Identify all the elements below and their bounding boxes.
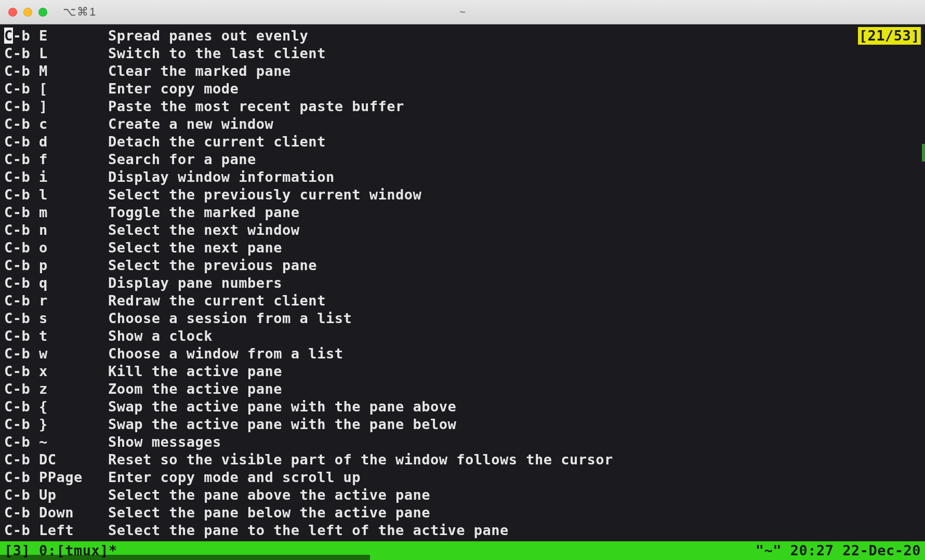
keybinding-row: C-b qDisplay pane numbers [4,274,925,292]
keybinding-key: C-b w [4,345,108,363]
keybinding-key: C-b Left [4,522,108,539]
keybinding-desc: Swap the active pane with the pane below [108,416,456,433]
scrollbar-indicator [922,144,925,162]
keybinding-row: C-b iDisplay window information [4,168,925,186]
keybinding-key: C-b DC [4,451,108,469]
keybinding-key: C-b E [4,27,108,45]
keybinding-key: C-b Down [4,504,108,522]
window-title-left: ⌥⌘1 [63,5,97,19]
status-right: "~" 20:27 22-Dec-20 [756,542,921,559]
keybinding-key: C-b ] [4,98,108,115]
traffic-lights [8,8,47,17]
keybinding-key: C-b p [4,257,108,274]
keybinding-row: C-b oSelect the next pane [4,239,925,257]
keybinding-row: C-b DCReset so the visible part of the w… [4,451,925,469]
zoom-icon[interactable] [38,8,47,17]
keybinding-key: C-b PPage [4,469,108,486]
keybinding-key: C-b c [4,115,108,133]
keybinding-desc: Switch to the last client [108,45,326,62]
keybinding-key: C-b d [4,133,108,151]
keybinding-desc: Spread panes out evenly [108,27,308,45]
keybinding-desc: Show a clock [108,327,213,345]
keybinding-desc: Zoom the active pane [108,380,282,398]
keybinding-desc: Detach the current client [108,133,326,151]
keybinding-row: C-b }Swap the active pane with the pane … [4,416,925,433]
keybinding-desc: Swap the active pane with the pane above [108,398,456,416]
keybinding-desc: Select the previously current window [108,186,421,204]
keybinding-key: C-b ~ [4,433,108,451]
keybinding-desc: Reset so the visible part of the window … [108,451,613,469]
keybinding-row: C-b xKill the active pane [4,363,925,380]
keybinding-key: C-b r [4,292,108,310]
keybinding-key: C-b Up [4,486,108,504]
keybinding-list: C-b ESpread panes out evenlyC-b LSwitch … [4,27,925,539]
keybinding-key: C-b f [4,151,108,168]
keybinding-desc: Select the pane to the left of the activ… [108,522,509,539]
keybinding-desc: Choose a window from a list [108,345,343,363]
keybinding-row: C-b ~Show messages [4,433,925,451]
keybinding-row: C-b {Swap the active pane with the pane … [4,398,925,416]
keybinding-desc: Choose a session from a list [108,310,352,327]
keybinding-desc: Display pane numbers [108,274,282,292]
keybinding-desc: Select the previous pane [108,257,317,274]
keybinding-key: C-b L [4,45,108,62]
keybinding-desc: Kill the active pane [108,363,282,380]
keybinding-row: C-b LeftSelect the pane to the left of t… [4,522,925,539]
keybinding-key: C-b o [4,239,108,257]
keybinding-row: C-b pSelect the previous pane [4,257,925,274]
tmux-status-bar: [3] 0:[tmux]* "~" 20:27 22-Dec-20 [0,541,925,560]
keybinding-desc: Select the pane above the active pane [108,486,430,504]
close-icon[interactable] [8,8,17,17]
keybinding-desc: Search for a pane [108,151,256,168]
keybinding-row: C-b ]Paste the most recent paste buffer [4,98,925,115]
keybinding-key: C-b t [4,327,108,345]
scroll-indicator: [21/53] [858,27,921,45]
keybinding-desc: Select the next pane [108,239,282,257]
keybinding-key: C-b { [4,398,108,416]
keybinding-row: C-b nSelect the next window [4,221,925,239]
keybinding-key: C-b x [4,363,108,380]
keybinding-key: C-b z [4,380,108,398]
keybinding-row: C-b mToggle the marked pane [4,204,925,221]
keybinding-row: C-b sChoose a session from a list [4,310,925,327]
keybinding-row: C-b fSearch for a pane [4,151,925,168]
keybinding-key: C-b q [4,274,108,292]
status-left: [3] 0:[tmux]* [4,542,117,559]
keybinding-row: C-b tShow a clock [4,327,925,345]
keybinding-desc: Clear the marked pane [108,62,291,80]
keybinding-row: C-b zZoom the active pane [4,380,925,398]
keybinding-row: C-b DownSelect the pane below the active… [4,504,925,522]
keybinding-desc: Redraw the current client [108,292,326,310]
keybinding-row: C-b dDetach the current client [4,133,925,151]
keybinding-row: C-b rRedraw the current client [4,292,925,310]
keybinding-row: C-b [Enter copy mode [4,80,925,98]
keybinding-row: C-b LSwitch to the last client [4,45,925,62]
keybinding-key: C-b i [4,168,108,186]
keybinding-key: C-b m [4,204,108,221]
keybinding-row: C-b lSelect the previously current windo… [4,186,925,204]
keybinding-desc: Create a new window [108,115,273,133]
keybinding-desc: Enter copy mode [108,80,239,98]
terminal-pane[interactable]: [21/53] C-b ESpread panes out evenlyC-b … [0,24,925,560]
keybinding-row: C-b MClear the marked pane [4,62,925,80]
keybinding-row: C-b ESpread panes out evenly [4,27,925,45]
keybinding-key: C-b [ [4,80,108,98]
keybinding-key: C-b l [4,186,108,204]
keybinding-desc: Paste the most recent paste buffer [108,98,404,115]
keybinding-row: C-b cCreate a new window [4,115,925,133]
keybinding-desc: Show messages [108,433,221,451]
minimize-icon[interactable] [23,8,32,17]
window-title-center: ~ [459,6,466,18]
keybinding-key: C-b } [4,416,108,433]
keybinding-key: C-b M [4,62,108,80]
keybinding-key: C-b s [4,310,108,327]
keybinding-row: C-b wChoose a window from a list [4,345,925,363]
keybinding-row: C-b UpSelect the pane above the active p… [4,486,925,504]
keybinding-key: C-b n [4,221,108,239]
keybinding-desc: Enter copy mode and scroll up [108,469,361,486]
keybinding-desc: Toggle the marked pane [108,204,300,221]
window-titlebar: ⌥⌘1 ~ [0,0,925,24]
keybinding-desc: Display window information [108,168,335,186]
keybinding-desc: Select the pane below the active pane [108,504,430,522]
keybinding-desc: Select the next window [108,221,300,239]
